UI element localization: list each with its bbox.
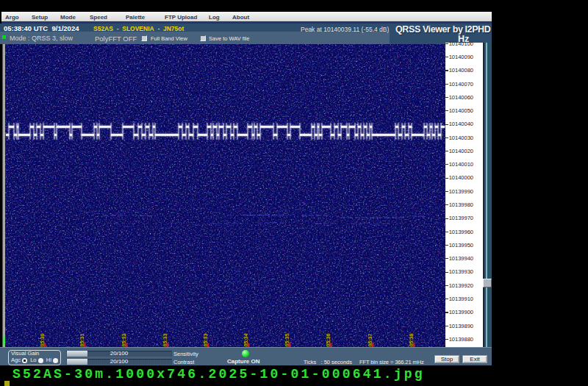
svg-text:05:31: 05:31 xyxy=(79,333,85,346)
svg-text:05:32: 05:32 xyxy=(121,333,126,346)
svg-text:05:36: 05:36 xyxy=(326,333,331,346)
svg-text:05:37: 05:37 xyxy=(368,333,373,346)
svg-text:05:33: 05:33 xyxy=(162,333,168,346)
svg-text:05:34: 05:34 xyxy=(243,333,248,346)
svg-text:05:33: 05:33 xyxy=(203,333,208,346)
svg-text:05:35: 05:35 xyxy=(284,333,290,346)
svg-text:05:30: 05:30 xyxy=(40,333,45,346)
svg-text:05:38: 05:38 xyxy=(409,333,414,346)
